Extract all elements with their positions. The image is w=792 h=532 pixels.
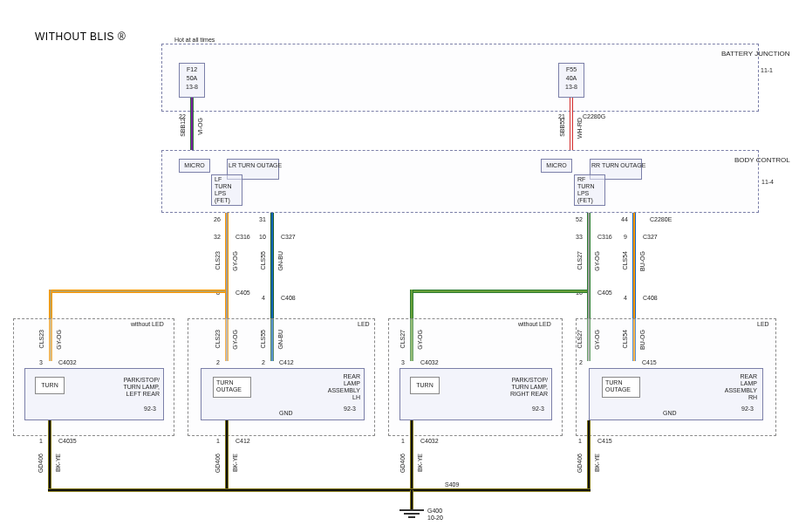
box4-main: REAR LAMP ASSEMBLY RH [707, 373, 757, 401]
wire-sbb12-stripe [191, 98, 193, 150]
pin-1a: 1 [39, 438, 43, 445]
gnd-bus-s [48, 489, 591, 491]
gnd-4: GND [663, 410, 677, 417]
c408-l: C408 [281, 295, 296, 302]
g400: G400 [427, 508, 442, 515]
bcm-ref: 11-4 [761, 179, 774, 186]
gnbu-b: GN-BU [277, 330, 283, 350]
gnd-wire-2s [226, 420, 228, 490]
gyog-b-3: GY-OG [417, 330, 423, 350]
cls54-code: CLS54 [622, 251, 628, 269]
hot-note: Hot at all times [174, 37, 215, 44]
noled-r: without LED [518, 321, 551, 328]
gyog-b-1: GY-OG [56, 330, 62, 350]
pin-33: 33 [576, 234, 583, 241]
noled-l: without LED [131, 321, 164, 328]
bjb-name: BATTERY JUNCTION BOX (BJB) [713, 42, 783, 65]
fuse-f55-ref: F55 [560, 66, 583, 73]
bkye-2: BK-YE [232, 454, 238, 472]
cls27-b-2: CLS27 [577, 330, 583, 348]
pin-4l: 4 [262, 295, 265, 302]
wire-sbb55-code: SBB55 [559, 118, 565, 137]
gd406-3: GD406 [399, 454, 406, 473]
gnd-wire-4s [588, 420, 590, 490]
bkye-3: BK-YE [417, 454, 423, 472]
cls55-code: CLS55 [260, 251, 266, 269]
pin-2b: 2 [262, 359, 265, 366]
pin-3a: 3 [39, 359, 43, 366]
rr-turn-label: RR TURN OUTAGE [591, 162, 640, 169]
gnbu-code: GN-BU [277, 251, 283, 271]
wire-sbb12-code: SBB12 [180, 118, 186, 137]
c415-r: C415 [642, 359, 657, 366]
c4032-b: C4032 [420, 438, 439, 445]
wire-whrd-code: WH-RD [577, 118, 583, 139]
fuse-f12-amps: 50A [181, 75, 203, 82]
bjb-box [161, 44, 759, 112]
c412-l: C412 [279, 359, 294, 366]
cls27-b-1: CLS27 [399, 330, 406, 348]
gd406-1: GD406 [38, 454, 44, 473]
buog-b: BU-OG [639, 330, 645, 350]
cls55-b: CLS55 [260, 330, 266, 348]
pin-2a: 2 [216, 359, 220, 366]
gd406-4: GD406 [577, 454, 583, 473]
gnd-wire-1s [49, 420, 51, 490]
s409: S409 [445, 481, 459, 488]
wire-viog-code: VI-OG [197, 118, 203, 135]
c2280g: C2280G [583, 113, 605, 120]
bkye-1: BK-YE [55, 454, 61, 472]
pin-3b: 3 [401, 359, 405, 366]
gnd-2: GND [279, 410, 293, 417]
c405-l: C405 [236, 290, 250, 297]
gyog-code-l: GY-OG [232, 251, 238, 271]
pin-31: 31 [259, 216, 266, 223]
cls23-b-2: CLS23 [215, 330, 221, 348]
cls23-b-1: CLS23 [38, 330, 44, 348]
bkye-4: BK-YE [594, 454, 600, 472]
gyog-code-r: GY-OG [594, 251, 600, 271]
pin-32: 32 [214, 234, 221, 241]
box3-ref: 92-3 [532, 406, 544, 413]
bcm-name: BODY CONTROL MODULE (BCM) [727, 148, 783, 172]
wire-cls27-top-s [588, 213, 590, 291]
bcm-name-text: BODY CONTROL MODULE (BCM) [734, 156, 792, 164]
buog-code: BU-OG [639, 251, 645, 271]
c316-l: C316 [236, 234, 250, 241]
turn-label-1: TURN [37, 382, 63, 389]
led-r: LED [757, 321, 769, 328]
pin-52: 52 [576, 216, 583, 223]
c415-b: C415 [597, 438, 612, 445]
outage-label-2: TURN OUTAGE [216, 379, 242, 393]
pin-1c: 1 [401, 438, 405, 445]
bjb-ref: 11-1 [761, 67, 773, 74]
bjb-name-text: BATTERY JUNCTION BOX (BJB) [721, 50, 792, 58]
cls23-code-l: CLS23 [215, 251, 221, 269]
wire-cls23-top-s [226, 213, 228, 291]
pin-1d: 1 [578, 438, 582, 445]
pin-26: 26 [214, 216, 221, 223]
fuse-f12-ref: F12 [181, 66, 203, 73]
c412-b: C412 [236, 438, 250, 445]
c4035: C4035 [58, 438, 77, 445]
c2280e: C2280E [650, 216, 672, 223]
outage-label-4: TURN OUTAGE [605, 379, 631, 393]
lr-turn-label: LR TURN OUTAGE [229, 162, 277, 169]
fuse-f12-code: 13-8 [181, 84, 203, 91]
lf-fet-label: LF TURN LPS (FET) [215, 176, 231, 204]
box2-ref: 92-3 [344, 406, 356, 413]
pin-4r: 4 [624, 295, 627, 302]
branch-r-green-hs [410, 290, 589, 292]
led-l: LED [358, 321, 370, 328]
c327-l: C327 [281, 234, 296, 241]
gnd-wire-3s [411, 420, 413, 490]
wire-sbb55-stripe [570, 98, 572, 150]
cls54-b: CLS54 [622, 330, 628, 348]
c327-r: C327 [643, 234, 658, 241]
c408-r: C408 [643, 295, 658, 302]
g400-pg: 10-20 [427, 515, 443, 522]
box2-main: REAR LAMP ASSEMBLY LH [310, 373, 360, 401]
branch-l-orange-hs [49, 290, 227, 292]
c316-r: C316 [597, 234, 612, 241]
micro-right-label: MICRO [543, 162, 570, 169]
